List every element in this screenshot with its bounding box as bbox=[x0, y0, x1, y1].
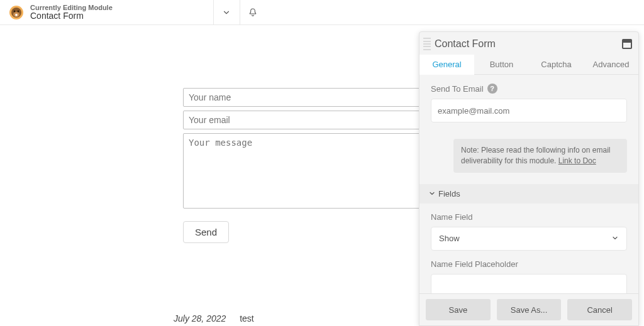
topbar: Currently Editing Module Contact Form bbox=[0, 0, 644, 25]
note-box: Note: Please read the following info on … bbox=[453, 139, 627, 173]
chevron-down-icon bbox=[222, 8, 231, 17]
chevron-down-icon bbox=[611, 233, 619, 244]
send-button[interactable]: Send bbox=[183, 221, 229, 243]
post-date: July 28, 2022 bbox=[174, 313, 226, 323]
name-field-select[interactable]: Show bbox=[431, 227, 627, 251]
name-placeholder-input[interactable] bbox=[431, 274, 627, 293]
fields-section-toggle[interactable]: Fields bbox=[419, 184, 638, 204]
note-link[interactable]: Link to Doc bbox=[558, 156, 596, 165]
tab-button[interactable]: Button bbox=[474, 55, 529, 74]
post-meta: July 28, 2022 test bbox=[174, 313, 254, 323]
settings-tabs: General Button Captcha Advanced bbox=[419, 55, 638, 75]
tab-advanced[interactable]: Advanced bbox=[584, 55, 638, 74]
tab-general[interactable]: General bbox=[419, 55, 474, 75]
name-field-value: Show bbox=[439, 234, 460, 243]
svg-point-4 bbox=[18, 10, 19, 12]
chevron-down-icon bbox=[428, 190, 436, 197]
expand-icon[interactable] bbox=[622, 39, 632, 49]
dropdown-toggle[interactable] bbox=[213, 0, 240, 25]
svg-point-3 bbox=[14, 10, 16, 12]
post-title: test bbox=[240, 313, 254, 323]
save-button[interactable]: Save bbox=[426, 299, 491, 320]
name-field-label: Name Field bbox=[431, 212, 627, 222]
cancel-button[interactable]: Cancel bbox=[567, 299, 632, 320]
fields-section-label: Fields bbox=[438, 189, 460, 198]
svg-rect-5 bbox=[15, 14, 17, 16]
send-to-email-input[interactable] bbox=[431, 99, 627, 122]
help-icon[interactable]: ? bbox=[487, 84, 497, 94]
app-logo bbox=[9, 5, 24, 20]
panel-footer: Save Save As... Cancel bbox=[419, 293, 638, 325]
send-to-email-label: Send To Email ? bbox=[431, 84, 627, 94]
tab-captcha[interactable]: Captcha bbox=[529, 55, 584, 74]
panel-header: Contact Form bbox=[419, 32, 638, 55]
drag-handle[interactable] bbox=[423, 37, 431, 51]
name-placeholder-label: Name Field Placeholder bbox=[431, 259, 627, 269]
module-name: Contact Form bbox=[30, 11, 113, 21]
bell-icon bbox=[248, 8, 258, 18]
notifications-button[interactable] bbox=[240, 0, 266, 25]
panel-title: Contact Form bbox=[435, 38, 622, 50]
save-as-button[interactable]: Save As... bbox=[497, 299, 562, 320]
settings-panel: Contact Form General Button Captcha Adva… bbox=[419, 31, 639, 326]
panel-body: Send To Email ? Note: Please read the fo… bbox=[419, 75, 638, 293]
